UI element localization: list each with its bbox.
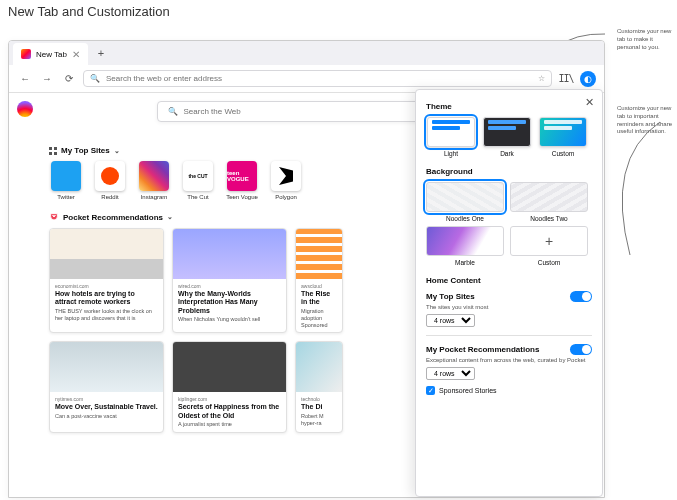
polygon-icon xyxy=(271,161,301,191)
pocket-card[interactable]: awscloudThe Rise in theMigration adoptio… xyxy=(295,228,343,333)
sponsored-checkbox-row[interactable]: ✓ Sponsored Stories xyxy=(426,386,592,395)
firefox-logo-icon xyxy=(17,101,33,117)
background-heading: Background xyxy=(426,167,592,176)
url-bar[interactable]: 🔍 ☆ xyxy=(83,70,552,87)
teen-vogue-icon: teen VOGUE xyxy=(227,161,257,191)
pocket-card[interactable]: nytimes.comMove Over, Sustainable Travel… xyxy=(49,341,164,433)
home-pocket-title: My Pocket Recommendations xyxy=(426,345,539,354)
grid-icon xyxy=(49,147,57,155)
theme-heading: Theme xyxy=(426,102,592,111)
page-title: New Tab and Customization xyxy=(0,0,677,23)
tab-new-tab[interactable]: New Tab ✕ xyxy=(13,43,88,65)
reddit-icon xyxy=(95,161,125,191)
theme-light[interactable] xyxy=(427,117,475,147)
toggle-top-sites[interactable] xyxy=(570,291,592,302)
bg-marble[interactable] xyxy=(426,226,504,256)
top-sites-label: My Top Sites xyxy=(61,146,110,155)
close-panel-button[interactable]: ✕ xyxy=(585,96,594,109)
search-icon: 🔍 xyxy=(90,74,100,83)
home-topsites-title: My Top Sites xyxy=(426,292,475,301)
theme-dark[interactable] xyxy=(483,117,531,147)
topsite-reddit[interactable]: Reddit xyxy=(93,161,127,200)
topsites-rows-select[interactable]: 4 rows xyxy=(426,314,475,327)
card-image xyxy=(50,229,163,279)
sponsored-label: Sponsored Stories xyxy=(439,387,497,394)
annotation-mid: Customize your new tab to important remi… xyxy=(617,105,677,136)
firefox-favicon-icon xyxy=(21,49,31,59)
pocket-card[interactable]: technoloThe DiRobert M hyper-ra xyxy=(295,341,343,433)
checkbox-checked-icon: ✓ xyxy=(426,386,435,395)
instagram-icon xyxy=(139,161,169,191)
card-image xyxy=(296,229,342,279)
topsite-twitter[interactable]: Twitter xyxy=(49,161,83,200)
pocket-label: Pocket Recommendations xyxy=(63,213,163,222)
customize-panel: ✕ Theme Light Dark Custom Background Noo… xyxy=(415,89,603,497)
theme-options: Light Dark Custom xyxy=(426,117,592,157)
forward-button[interactable]: → xyxy=(39,71,55,87)
tab-label: New Tab xyxy=(36,50,67,59)
home-topsites-desc: The sites you visit most xyxy=(426,304,592,310)
the-cut-icon: the CUT xyxy=(183,161,213,191)
topsite-polygon[interactable]: Polygon xyxy=(269,161,303,200)
tab-strip: New Tab ✕ + xyxy=(9,41,604,65)
back-button[interactable]: ← xyxy=(17,71,33,87)
pocket-rows-select[interactable]: 4 rows xyxy=(426,367,475,380)
home-pocket-desc: Exceptional content from across the web,… xyxy=(426,357,592,363)
topsite-instagram[interactable]: Instagram xyxy=(137,161,171,200)
close-tab-icon[interactable]: ✕ xyxy=(72,49,80,60)
pocket-icon xyxy=(49,212,59,222)
pocket-card[interactable]: wired.comWhy the Many-Worlds Interpretat… xyxy=(172,228,287,333)
chevron-down-icon: ⌄ xyxy=(114,147,120,155)
url-input[interactable] xyxy=(106,74,532,83)
reload-button[interactable]: ⟳ xyxy=(61,71,77,87)
new-tab-button[interactable]: + xyxy=(92,44,110,62)
theme-custom[interactable] xyxy=(539,117,587,147)
twitter-icon xyxy=(51,161,81,191)
bookmark-icon[interactable]: ☆ xyxy=(538,74,545,83)
bg-custom[interactable]: + xyxy=(510,226,588,256)
library-icon[interactable]: II\ xyxy=(558,71,574,87)
pocket-card[interactable]: kiplinger.comSecrets of Happiness from t… xyxy=(172,341,287,433)
account-avatar[interactable]: ◐ xyxy=(580,71,596,87)
card-image xyxy=(50,342,163,392)
bg-noodles-two[interactable] xyxy=(510,182,588,212)
card-image xyxy=(173,342,286,392)
topsite-teen-vogue[interactable]: teen VOGUETeen Vogue xyxy=(225,161,259,200)
search-box[interactable]: 🔍 Search the Web xyxy=(157,101,457,122)
pocket-card[interactable]: economist.comHow hotels are trying to at… xyxy=(49,228,164,333)
card-image xyxy=(296,342,342,392)
toggle-pocket[interactable] xyxy=(570,344,592,355)
chevron-down-icon: ⌄ xyxy=(167,213,173,221)
search-placeholder: Search the Web xyxy=(184,107,241,116)
card-image xyxy=(173,229,286,279)
home-content-heading: Home Content xyxy=(426,276,592,285)
search-icon: 🔍 xyxy=(168,107,178,116)
annotation-top: Customize your new tab to make it person… xyxy=(617,28,677,51)
topsite-the-cut[interactable]: the CUTThe Cut xyxy=(181,161,215,200)
bg-noodles-one[interactable] xyxy=(426,182,504,212)
